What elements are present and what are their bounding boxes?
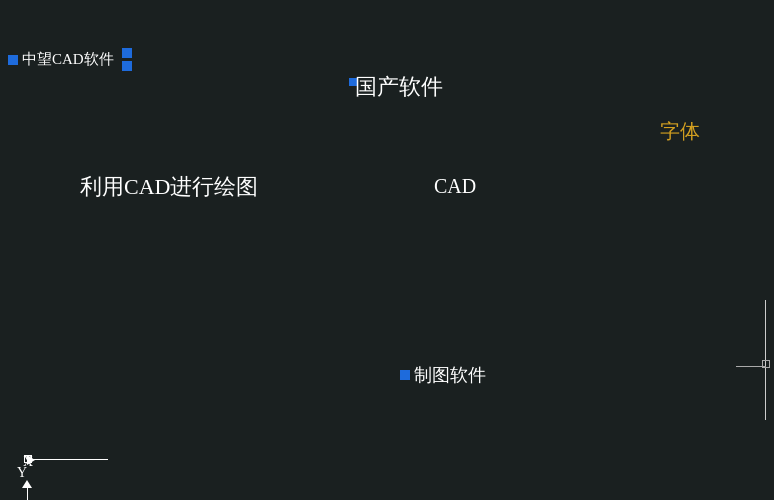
blue-square-bottom <box>122 61 132 71</box>
top-left-label-container: 中望CAD软件 <box>8 48 132 71</box>
guochan-text: 国产软件 <box>355 72 443 102</box>
top-left-text: 中望CAD软件 <box>22 50 114 69</box>
zhitu-container: 制图软件 <box>400 363 486 387</box>
ziti-text: 字体 <box>660 118 700 145</box>
x-axis-label: X <box>23 454 33 470</box>
cad-center-text: CAD <box>434 175 476 198</box>
cad-canvas: 中望CAD软件 国产软件 字体 利用CAD进行绘图 CAD 制图软件 Y X <box>0 0 774 500</box>
right-tick-line <box>736 366 766 367</box>
main-drawing-text: 利用CAD进行绘图 <box>80 172 258 202</box>
zhitu-text: 制图软件 <box>414 363 486 387</box>
blue-square-topleft <box>8 55 18 65</box>
blue-square-top <box>122 48 132 58</box>
blue-square-zhitu <box>400 370 410 380</box>
x-axis-line <box>28 459 108 460</box>
blue-square-group <box>122 48 132 71</box>
y-axis-line <box>27 482 28 500</box>
